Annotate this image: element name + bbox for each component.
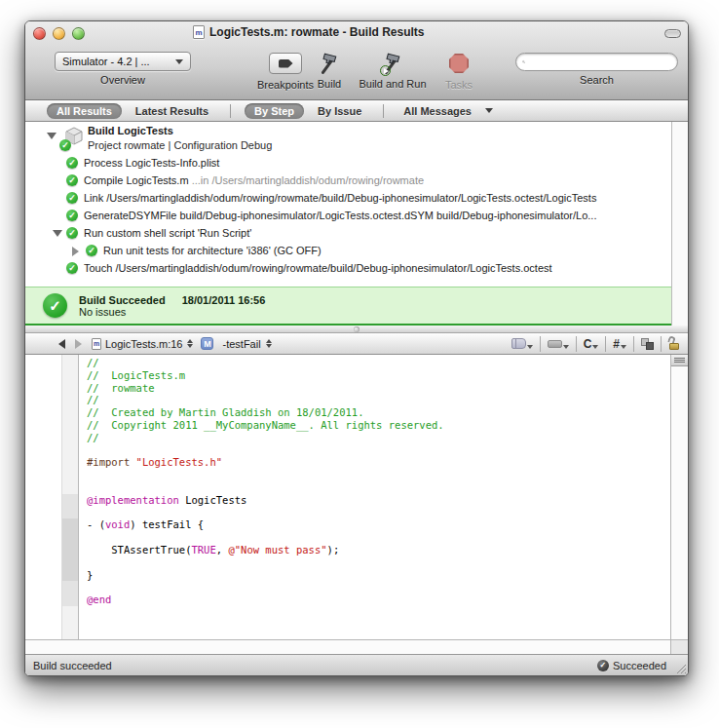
success-icon: ✓ (66, 157, 78, 169)
build-group-row[interactable]: ✓ Build LogicTests Project rowmate | Con… (25, 122, 671, 154)
included-files-button[interactable] (636, 333, 659, 354)
build-step-row[interactable]: ✓Link /Users/martingladdish/odum/rowing/… (25, 189, 671, 207)
titlebar-toolbar: m LogicTests.m: rowmate - Build Results … (25, 21, 688, 100)
editor-navbar: m LogicTests.m:16 M -testFail C # (25, 333, 688, 355)
file-popup-arrows-icon[interactable] (187, 339, 193, 348)
pane-splitter[interactable] (25, 326, 688, 333)
build-target-icon: ✓ (62, 126, 86, 149)
build-step-row[interactable]: ✓Run custom shell script 'Run Script' (25, 224, 671, 242)
tasks-item: Tasks (436, 44, 481, 91)
status-bar: Build succeeded ✓ Succeeded (25, 654, 688, 675)
build-step-text: GenerateDSYMFile build/Debug-iphonesimul… (84, 210, 596, 221)
popup-arrow-icon (175, 59, 183, 64)
zoom-button[interactable] (72, 27, 85, 40)
disclosure-triangle-icon[interactable] (72, 247, 79, 256)
status-message: Build succeeded (33, 660, 112, 671)
all-messages-popup[interactable]: All Messages (403, 103, 493, 119)
divider (605, 336, 606, 352)
breakpoint-icon (279, 59, 293, 68)
bookmarks-menu-button[interactable] (507, 333, 538, 354)
build-button[interactable] (317, 50, 342, 75)
overview-popup-item: Simulator - 4.2 | ... Overview (55, 44, 191, 86)
success-icon: ✓ (66, 227, 78, 239)
code-line: } (87, 569, 670, 582)
tasks-label: Tasks (445, 79, 473, 91)
editor-horizontal-scrollbar[interactable] (25, 639, 670, 654)
overview-popup-button[interactable]: Simulator - 4.2 | ... (55, 52, 191, 71)
build-step-text: Process LogicTests-Info.plist (84, 157, 219, 169)
search-label: Search (580, 74, 614, 86)
traffic-lights (33, 27, 85, 40)
build-step-text: Touch /Users/martingladdish/odum/rowing/… (84, 262, 552, 274)
tasks-stop-icon (449, 54, 469, 73)
success-icon: ✓ (66, 262, 78, 274)
chevron-down-icon (621, 345, 626, 349)
line-number-label: # (613, 337, 620, 351)
close-button[interactable] (33, 27, 46, 40)
history-forward-button[interactable] (75, 339, 82, 349)
build-step-row[interactable]: ✓Touch /Users/martingladdish/odum/rowing… (25, 259, 671, 277)
banner-subtitle: No issues (79, 306, 265, 318)
tab-by-step[interactable]: By Step (245, 103, 304, 119)
breakpoints-menu-button[interactable] (543, 333, 574, 354)
split-editor-button[interactable] (671, 355, 688, 366)
resize-grip[interactable] (674, 662, 687, 674)
code-line: // Created by Martin Gladdish on 18/01/2… (87, 406, 670, 419)
tab-all-results[interactable]: All Results (47, 103, 122, 119)
history-back-button[interactable] (58, 339, 65, 349)
build-step-row[interactable]: ✓Process LogicTests-Info.plist (25, 154, 671, 172)
chevron-down-icon (592, 345, 598, 349)
minimize-button[interactable] (53, 27, 65, 40)
build-step-row[interactable]: ✓Run unit tests for architecture 'i386' … (25, 242, 671, 259)
build-step-row[interactable]: ✓Compile LogicTests.m ...in /Users/marti… (25, 172, 671, 189)
build-list-scrollbar[interactable] (671, 122, 688, 326)
splitter-dimple-icon (354, 326, 360, 332)
code-line: #import "LogicTests.h" (87, 456, 670, 469)
lock-button[interactable] (663, 333, 684, 354)
divider (540, 336, 541, 352)
build-label: Build (318, 78, 341, 90)
file-popup[interactable]: LogicTests.m:16 (105, 338, 182, 350)
search-input[interactable] (529, 56, 671, 69)
titlebar[interactable]: m LogicTests.m: rowmate - Build Results (25, 21, 688, 44)
build-and-run-button[interactable] (380, 50, 405, 75)
tab-by-issue[interactable]: By Issue (310, 103, 369, 119)
unlocked-padlock-icon (668, 337, 679, 350)
banner-title: Build Succeeded (79, 294, 166, 306)
disclosure-triangle-icon[interactable] (47, 133, 57, 139)
editor-vertical-scrollbar[interactable] (670, 355, 688, 639)
code-line: // Copyright 2011 __MyCompanyName__. All… (87, 419, 670, 432)
document-icon: m (193, 25, 205, 39)
focus-ribbon[interactable] (61, 355, 79, 639)
tab-latest-results[interactable]: Latest Results (128, 103, 216, 119)
bookmark-icon (511, 338, 526, 349)
chevron-down-icon (527, 345, 533, 349)
status-succeeded-label[interactable]: Succeeded (613, 660, 666, 671)
success-icon-large: ✓ (43, 293, 67, 318)
code-line (87, 581, 670, 594)
build-step-text: Compile LogicTests.m (84, 174, 189, 186)
build-group-subtitle: Project rowmate | Configuration Debug (88, 138, 671, 153)
code-line: // rowmate (87, 382, 670, 395)
code-line: // (87, 357, 670, 369)
code-area[interactable]: //// LogicTests.m// rowmate//// Created … (87, 357, 670, 639)
counterpart-menu-button[interactable]: C (579, 333, 604, 354)
line-number-menu-button[interactable]: # (608, 333, 631, 354)
symbol-popup[interactable]: -testFail (222, 338, 260, 350)
build-step-row[interactable]: ✓GenerateDSYMFile build/Debug-iphonesimu… (25, 207, 671, 224)
breakpoints-button[interactable] (269, 53, 302, 74)
breakpoint-icon (548, 340, 562, 348)
build-step-list[interactable]: ✓ Build LogicTests Project rowmate | Con… (25, 122, 671, 287)
code-line (87, 469, 670, 481)
symbol-popup-arrows-icon[interactable] (266, 339, 272, 348)
code-line: @implementation LogicTests (87, 494, 670, 507)
overview-popup-value: Simulator - 4.2 | ... (62, 56, 175, 67)
xcode-build-results-window: m LogicTests.m: rowmate - Build Results … (24, 20, 689, 676)
toolbar-toggle-pill-button[interactable] (664, 29, 681, 38)
success-icon: ✓ (66, 174, 78, 186)
search-icon (522, 57, 525, 67)
scrollbar-corner (670, 639, 688, 654)
disclosure-triangle-icon[interactable] (53, 230, 62, 237)
search-field[interactable] (515, 53, 678, 71)
source-editor[interactable]: //// LogicTests.m// rowmate//// Created … (25, 355, 688, 654)
